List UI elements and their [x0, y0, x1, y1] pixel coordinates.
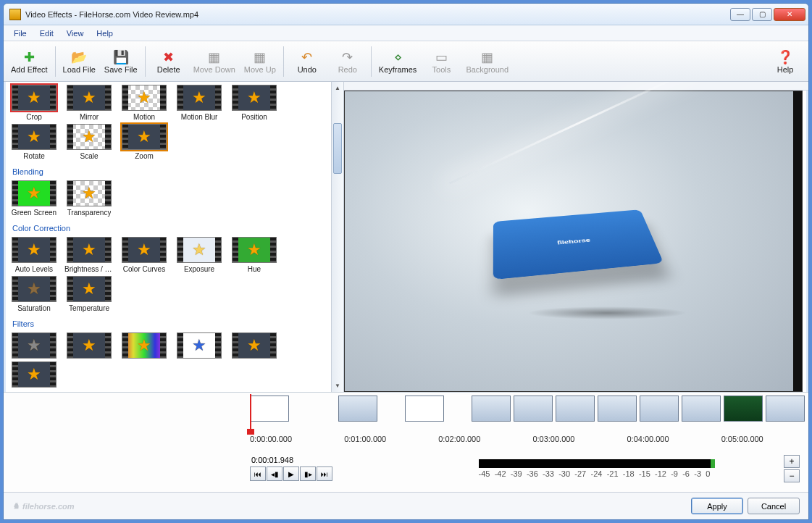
meter-tick: 0	[706, 469, 710, 478]
load-file-button[interactable]: 📂Load File	[59, 43, 100, 80]
zoom-in-button[interactable]: +	[784, 455, 800, 468]
effect-label: Brightness / Contrast ...	[64, 265, 114, 273]
effect-item[interactable]: ★Rotate	[9, 124, 59, 160]
meter-tick: -21	[607, 469, 619, 478]
menu-view[interactable]: View	[61, 28, 90, 39]
menu-edit[interactable]: Edit	[34, 28, 59, 39]
timeline-frame[interactable]	[556, 396, 595, 422]
effect-label: Motion Blur	[181, 113, 218, 121]
step-forward-button[interactable]: ▮▸	[300, 466, 316, 481]
star-icon: ★	[82, 88, 96, 107]
timeline-frame[interactable]	[640, 396, 679, 422]
play-button[interactable]: ▶	[283, 466, 299, 481]
section-blending: Blending	[12, 167, 328, 176]
effect-item[interactable]: ★Zoom	[120, 124, 169, 160]
timeline-frame[interactable]	[338, 396, 377, 422]
zoom-out-button[interactable]: −	[784, 469, 800, 482]
star-icon: ★	[247, 88, 261, 107]
scroll-down-icon[interactable]: ▼	[332, 380, 343, 392]
star-icon: ★	[27, 127, 41, 146]
menubar: File Edit View Help	[4, 25, 808, 41]
help-button[interactable]: ❓Help	[765, 43, 805, 80]
effect-item[interactable]: ★	[230, 332, 279, 359]
timeline-frame[interactable]	[514, 396, 553, 422]
effects-scrollbar[interactable]: ▲ ▼	[331, 82, 343, 392]
menu-file[interactable]: File	[8, 28, 33, 39]
delete-button[interactable]: ✖Delete	[148, 43, 189, 80]
step-back-button[interactable]: ◂▮	[267, 466, 282, 481]
star-icon: ★	[82, 184, 96, 203]
skip-end-button[interactable]: ⏭	[317, 466, 332, 481]
effect-item[interactable]: ★Transparency	[64, 180, 114, 217]
timeline-frame[interactable]	[682, 396, 721, 422]
effect-item[interactable]: ★	[9, 361, 59, 388]
time-label: 0:04:00.000	[627, 435, 669, 445]
playhead[interactable]	[250, 394, 251, 433]
effect-item[interactable]: ★Green Screen	[9, 180, 59, 217]
effect-item[interactable]: ★Brightness / Contrast ...	[64, 237, 114, 273]
timeline-frame[interactable]	[250, 396, 289, 422]
timeline-frame[interactable]	[724, 396, 763, 422]
effects-list[interactable]: ★Crop★Mirror★Motion★Motion Blur★Position…	[4, 82, 331, 392]
apply-button[interactable]: Apply	[691, 498, 743, 514]
keyframes-button[interactable]: ⋄Keyframes	[374, 43, 422, 80]
delete-icon: ✖	[161, 49, 177, 65]
timeline-labels: 0:00:00.0000:01:00.0000:02:00.0000:03:00…	[4, 435, 808, 445]
star-icon: ★	[27, 184, 41, 203]
timeline-frame[interactable]	[472, 396, 511, 422]
effect-label: Green Screen	[12, 209, 56, 217]
effect-item[interactable]: ★	[175, 332, 224, 359]
effect-item[interactable]: ★Position	[230, 85, 279, 121]
effect-item[interactable]: ★Motion Blur	[175, 85, 224, 121]
minimize-button[interactable]: —	[730, 8, 750, 21]
menu-help[interactable]: Help	[91, 28, 119, 39]
meter-tick: -18	[623, 469, 635, 478]
time-label: 0:01:00.000	[344, 435, 386, 445]
effect-item[interactable]: ★Hue	[230, 237, 279, 273]
effect-item[interactable]: ★Scale	[64, 124, 114, 160]
cancel-button[interactable]: Cancel	[748, 498, 800, 514]
add-effect-button[interactable]: ✚Add Effect	[7, 43, 52, 80]
meter-tick: -36	[527, 469, 538, 478]
horse-icon: ♞	[12, 501, 20, 511]
effect-item[interactable]: ★Saturation	[9, 276, 59, 312]
scroll-thumb[interactable]	[333, 123, 342, 174]
effect-item[interactable]: ★Temperature	[64, 276, 114, 312]
meter-tick: -45	[479, 469, 490, 478]
effect-item[interactable]: ★	[9, 332, 59, 359]
star-icon: ★	[82, 127, 96, 146]
effect-label: Transparency	[67, 209, 112, 217]
effect-item[interactable]: ★Motion	[120, 85, 169, 121]
star-icon: ★	[192, 240, 206, 259]
redo-button: ↷Redo	[327, 43, 368, 80]
star-icon: ★	[137, 88, 151, 107]
timeline-frame[interactable]	[766, 396, 805, 422]
maximize-button[interactable]: ▢	[752, 8, 772, 21]
save-file-button[interactable]: 💾Save File	[100, 43, 142, 80]
effect-item[interactable]: ★Exposure	[175, 237, 224, 273]
effect-item[interactable]: ★Mirror	[64, 85, 114, 121]
star-icon: ★	[247, 240, 261, 259]
timeline: 0:00:00.0000:01:00.0000:02:00.0000:03:00…	[4, 392, 808, 492]
effect-item[interactable]: ★Color Curves	[120, 237, 169, 273]
meter-tick: -30	[558, 469, 570, 478]
video-preview[interactable]: filehorse	[344, 91, 803, 392]
star-icon: ★	[82, 280, 96, 298]
titlebar[interactable]: Video Effects - FileHorse.com Video Revi…	[4, 4, 808, 25]
time-label: 0:00:00.000	[250, 435, 292, 445]
undo-button[interactable]: ↶Undo	[287, 43, 327, 80]
star-icon: ★	[137, 127, 151, 146]
timeline-frame[interactable]	[598, 396, 637, 422]
effect-item[interactable]: ★	[120, 332, 169, 359]
effect-label: Hue	[248, 265, 261, 273]
effect-item[interactable]: ★	[64, 332, 114, 359]
timeline-thumbnails[interactable]	[4, 393, 808, 435]
timeline-frame[interactable]	[405, 396, 444, 422]
effect-item[interactable]: ★Crop	[9, 85, 59, 121]
meter-tick: -39	[511, 469, 522, 478]
close-button[interactable]: ✕	[774, 8, 805, 21]
skip-start-button[interactable]: ⏮	[250, 466, 266, 481]
effect-item[interactable]: ★Auto Levels	[9, 237, 59, 273]
star-icon: ★	[82, 240, 96, 259]
scroll-up-icon[interactable]: ▲	[332, 82, 343, 94]
